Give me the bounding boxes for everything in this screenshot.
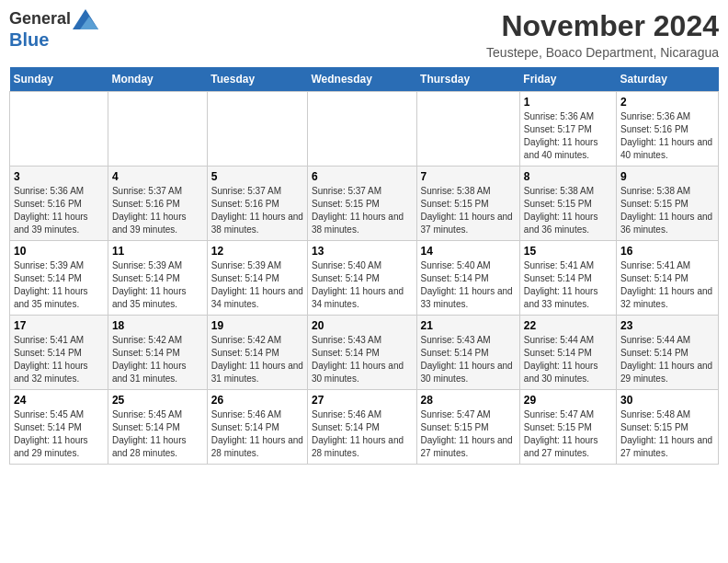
day-cell: 23Sunrise: 5:44 AM Sunset: 5:14 PM Dayli… <box>617 316 719 390</box>
day-number: 4 <box>112 170 203 183</box>
day-cell: 14Sunrise: 5:40 AM Sunset: 5:14 PM Dayli… <box>416 241 519 316</box>
week-row-3: 10Sunrise: 5:39 AM Sunset: 5:14 PM Dayli… <box>10 241 719 316</box>
day-info: Sunrise: 5:36 AM Sunset: 5:16 PM Dayligh… <box>14 185 104 236</box>
week-row-2: 3Sunrise: 5:36 AM Sunset: 5:16 PM Daylig… <box>10 167 719 241</box>
day-info: Sunrise: 5:36 AM Sunset: 5:17 PM Dayligh… <box>524 110 612 162</box>
day-number: 8 <box>524 170 612 183</box>
day-cell: 27Sunrise: 5:46 AM Sunset: 5:14 PM Dayli… <box>307 390 416 465</box>
day-info: Sunrise: 5:39 AM Sunset: 5:14 PM Dayligh… <box>112 259 203 311</box>
day-cell: 2Sunrise: 5:36 AM Sunset: 5:16 PM Daylig… <box>617 92 719 167</box>
day-cell: 16Sunrise: 5:41 AM Sunset: 5:14 PM Dayli… <box>617 241 719 316</box>
day-number: 17 <box>14 319 104 332</box>
day-cell <box>207 92 307 167</box>
weekday-header-monday: Monday <box>108 67 207 92</box>
day-cell: 20Sunrise: 5:43 AM Sunset: 5:14 PM Dayli… <box>307 316 416 390</box>
day-info: Sunrise: 5:43 AM Sunset: 5:14 PM Dayligh… <box>421 334 516 385</box>
day-cell: 30Sunrise: 5:48 AM Sunset: 5:15 PM Dayli… <box>617 390 719 465</box>
day-cell: 4Sunrise: 5:37 AM Sunset: 5:16 PM Daylig… <box>108 167 207 241</box>
day-info: Sunrise: 5:47 AM Sunset: 5:15 PM Dayligh… <box>421 408 516 460</box>
day-info: Sunrise: 5:36 AM Sunset: 5:16 PM Dayligh… <box>620 110 714 162</box>
title-area: November 2024 Teustepe, Boaco Department… <box>486 9 719 60</box>
day-cell: 24Sunrise: 5:45 AM Sunset: 5:14 PM Dayli… <box>10 390 108 465</box>
day-number: 25 <box>112 394 203 407</box>
day-number: 29 <box>524 394 612 407</box>
weekday-header-thursday: Thursday <box>416 67 519 92</box>
day-info: Sunrise: 5:45 AM Sunset: 5:14 PM Dayligh… <box>14 408 104 460</box>
day-number: 1 <box>524 96 612 109</box>
day-cell: 29Sunrise: 5:47 AM Sunset: 5:15 PM Dayli… <box>519 390 616 465</box>
day-number: 27 <box>312 394 413 407</box>
day-cell: 15Sunrise: 5:41 AM Sunset: 5:14 PM Dayli… <box>519 241 616 316</box>
day-info: Sunrise: 5:37 AM Sunset: 5:16 PM Dayligh… <box>112 185 203 236</box>
day-number: 16 <box>620 245 714 258</box>
day-info: Sunrise: 5:39 AM Sunset: 5:14 PM Dayligh… <box>211 259 303 311</box>
day-info: Sunrise: 5:46 AM Sunset: 5:14 PM Dayligh… <box>211 408 303 460</box>
day-cell: 13Sunrise: 5:40 AM Sunset: 5:14 PM Dayli… <box>307 241 416 316</box>
day-info: Sunrise: 5:42 AM Sunset: 5:14 PM Dayligh… <box>112 334 203 385</box>
day-info: Sunrise: 5:38 AM Sunset: 5:15 PM Dayligh… <box>524 185 612 236</box>
week-row-5: 24Sunrise: 5:45 AM Sunset: 5:14 PM Dayli… <box>10 390 719 465</box>
day-number: 12 <box>211 245 303 258</box>
day-info: Sunrise: 5:38 AM Sunset: 5:15 PM Dayligh… <box>620 185 714 236</box>
day-info: Sunrise: 5:37 AM Sunset: 5:16 PM Dayligh… <box>211 185 303 236</box>
day-cell: 18Sunrise: 5:42 AM Sunset: 5:14 PM Dayli… <box>108 316 207 390</box>
day-info: Sunrise: 5:37 AM Sunset: 5:15 PM Dayligh… <box>312 185 413 236</box>
day-number: 7 <box>421 170 516 183</box>
day-number: 13 <box>312 245 413 258</box>
day-info: Sunrise: 5:45 AM Sunset: 5:14 PM Dayligh… <box>112 408 203 460</box>
day-info: Sunrise: 5:44 AM Sunset: 5:14 PM Dayligh… <box>620 334 714 385</box>
day-number: 24 <box>14 394 104 407</box>
page-header: General Blue November 2024 Teustepe, Boa… <box>9 9 719 60</box>
day-info: Sunrise: 5:42 AM Sunset: 5:14 PM Dayligh… <box>211 334 303 385</box>
day-number: 5 <box>211 170 303 183</box>
day-info: Sunrise: 5:46 AM Sunset: 5:14 PM Dayligh… <box>312 408 413 460</box>
day-number: 10 <box>14 245 104 258</box>
day-number: 18 <box>112 319 203 332</box>
day-info: Sunrise: 5:48 AM Sunset: 5:15 PM Dayligh… <box>620 408 714 460</box>
day-number: 9 <box>620 170 714 183</box>
day-cell: 8Sunrise: 5:38 AM Sunset: 5:15 PM Daylig… <box>519 167 616 241</box>
week-row-1: 1Sunrise: 5:36 AM Sunset: 5:17 PM Daylig… <box>10 92 719 167</box>
day-number: 21 <box>421 319 516 332</box>
day-info: Sunrise: 5:40 AM Sunset: 5:14 PM Dayligh… <box>312 259 413 311</box>
day-cell <box>416 92 519 167</box>
calendar-table: SundayMondayTuesdayWednesdayThursdayFrid… <box>9 67 719 465</box>
subtitle: Teustepe, Boaco Department, Nicaragua <box>486 45 719 60</box>
week-row-4: 17Sunrise: 5:41 AM Sunset: 5:14 PM Dayli… <box>10 316 719 390</box>
logo: General Blue <box>9 9 98 51</box>
day-info: Sunrise: 5:47 AM Sunset: 5:15 PM Dayligh… <box>524 408 612 460</box>
day-cell: 7Sunrise: 5:38 AM Sunset: 5:15 PM Daylig… <box>416 167 519 241</box>
day-info: Sunrise: 5:41 AM Sunset: 5:14 PM Dayligh… <box>620 259 714 311</box>
day-cell: 3Sunrise: 5:36 AM Sunset: 5:16 PM Daylig… <box>10 167 108 241</box>
day-number: 19 <box>211 319 303 332</box>
weekday-header-friday: Friday <box>519 67 616 92</box>
day-info: Sunrise: 5:40 AM Sunset: 5:14 PM Dayligh… <box>421 259 516 311</box>
day-number: 28 <box>421 394 516 407</box>
day-cell: 28Sunrise: 5:47 AM Sunset: 5:15 PM Dayli… <box>416 390 519 465</box>
day-cell: 17Sunrise: 5:41 AM Sunset: 5:14 PM Dayli… <box>10 316 108 390</box>
logo-blue: Blue <box>9 29 49 51</box>
day-info: Sunrise: 5:41 AM Sunset: 5:14 PM Dayligh… <box>14 334 104 385</box>
day-cell: 11Sunrise: 5:39 AM Sunset: 5:14 PM Dayli… <box>108 241 207 316</box>
day-cell: 5Sunrise: 5:37 AM Sunset: 5:16 PM Daylig… <box>207 167 307 241</box>
day-number: 30 <box>620 394 714 407</box>
day-number: 2 <box>620 96 714 109</box>
day-cell <box>307 92 416 167</box>
day-number: 3 <box>14 170 104 183</box>
day-number: 14 <box>421 245 516 258</box>
day-info: Sunrise: 5:38 AM Sunset: 5:15 PM Dayligh… <box>421 185 516 236</box>
day-cell: 25Sunrise: 5:45 AM Sunset: 5:14 PM Dayli… <box>108 390 207 465</box>
day-cell: 10Sunrise: 5:39 AM Sunset: 5:14 PM Dayli… <box>10 241 108 316</box>
logo-general: General <box>9 10 71 29</box>
weekday-header-wednesday: Wednesday <box>307 67 416 92</box>
day-cell: 19Sunrise: 5:42 AM Sunset: 5:14 PM Dayli… <box>207 316 307 390</box>
weekday-header-saturday: Saturday <box>617 67 719 92</box>
weekday-header-tuesday: Tuesday <box>207 67 307 92</box>
day-number: 26 <box>211 394 303 407</box>
day-number: 6 <box>312 170 413 183</box>
main-title: November 2024 <box>486 9 719 43</box>
day-cell: 22Sunrise: 5:44 AM Sunset: 5:14 PM Dayli… <box>519 316 616 390</box>
day-number: 15 <box>524 245 612 258</box>
day-info: Sunrise: 5:43 AM Sunset: 5:14 PM Dayligh… <box>312 334 413 385</box>
day-info: Sunrise: 5:39 AM Sunset: 5:14 PM Dayligh… <box>14 259 104 311</box>
